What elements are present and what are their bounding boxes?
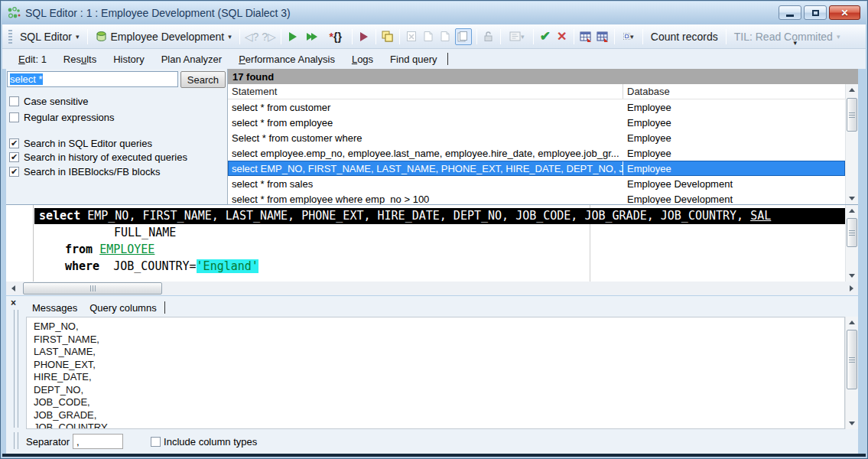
sql-line-4: where JOB_COUNTRY='England' [65, 259, 258, 273]
scrollbar-thumb[interactable] [847, 330, 857, 389]
til-label: TIL: Read Commited [734, 31, 833, 43]
result-row[interactable]: select * from sales Employee Development [228, 176, 845, 191]
rollback-icon[interactable]: ✕ [555, 30, 569, 44]
editor-hscrollbar[interactable] [6, 282, 858, 295]
toolbar: SQL Editor ▾ Employee Development ▾ ◁? ?… [2, 24, 866, 49]
maximize-button[interactable] [804, 5, 827, 20]
checkbox-box[interactable]: ✔ [9, 152, 19, 162]
execute-icon[interactable] [286, 30, 300, 44]
scrollbar-thumb[interactable] [847, 98, 857, 132]
messages-panel: × Messages Query columns EMP_NO, FIRST_N… [6, 296, 858, 454]
columns-scrollbar[interactable] [845, 317, 858, 429]
execute-block-icon[interactable]: *{} [324, 30, 347, 44]
sql-line-highlighted: select EMP_NO, FIRST_NAME, LAST_NAME, PH… [34, 208, 845, 224]
checkbox-search-ibeblocks[interactable]: ✔ Search in IBEBlocks/FB blocks [9, 165, 160, 177]
delete-statement-icon[interactable] [405, 30, 418, 44]
toolbar-separator [500, 29, 501, 44]
toolbar-overflow-icon[interactable]: ▾ [793, 39, 797, 47]
count-records-button[interactable]: Count records [646, 28, 723, 45]
results-scrollbar[interactable] [845, 84, 858, 204]
scrollbar-thumb[interactable] [23, 282, 162, 295]
scroll-up-icon[interactable] [847, 317, 857, 328]
search-button[interactable]: Search [180, 71, 226, 88]
database-menu-button[interactable]: Employee Development ▾ [91, 28, 236, 45]
checkbox-box[interactable] [9, 96, 19, 106]
minimize-button[interactable] [779, 5, 801, 20]
editor-scrollbar[interactable] [845, 205, 858, 282]
result-row[interactable]: select * from employee where emp_no > 10… [228, 191, 845, 204]
checkbox-search-history[interactable]: ✔ Search in history of executed queries [9, 151, 187, 163]
result-row[interactable]: select employee.emp_no, employee.last_na… [228, 145, 845, 161]
column-item: HIRE_DATE, [34, 371, 844, 384]
include-column-types-label: Include column types [164, 436, 257, 448]
tab-results[interactable]: Results [55, 50, 105, 68]
prev-query-icon[interactable]: ◁? [245, 30, 259, 44]
query-columns-list[interactable]: EMP_NO, FIRST_NAME, LAST_NAME, PHONE_EXT… [26, 317, 845, 429]
til-dropdown[interactable]: TIL: Read Commited ▾ [730, 28, 845, 45]
sql-editor[interactable]: select EMP_NO, FIRST_NAME, LAST_NAME, PH… [6, 204, 858, 282]
column-header-database[interactable]: Database [623, 86, 845, 97]
result-row[interactable]: select * from employee Employee [228, 115, 845, 130]
separator-input[interactable] [73, 434, 123, 449]
scroll-up-icon[interactable] [847, 84, 857, 96]
scrollbar-thumb[interactable] [847, 218, 857, 247]
scroll-right-icon[interactable] [845, 282, 857, 295]
column-header-statement[interactable]: Statement [228, 84, 623, 99]
checkbox-box[interactable]: ✔ [9, 167, 19, 177]
check-icon: ✔ [11, 139, 18, 148]
select-area-icon[interactable]: ▾ [619, 30, 638, 44]
commit-icon[interactable]: ✔ [538, 30, 552, 44]
layout-menu-icon: ▾ [506, 30, 528, 44]
results-header-row: Statement Database [228, 84, 845, 99]
new-statement-icon[interactable] [421, 30, 435, 44]
statement-list-icon[interactable] [455, 28, 472, 45]
duplicate-statement-icon[interactable] [438, 30, 452, 44]
scroll-down-icon[interactable] [847, 418, 857, 429]
result-row-selected[interactable]: select EMP_NO, FIRST_NAME, LAST_NAME, PH… [228, 161, 845, 176]
export-grid-icon[interactable] [579, 30, 593, 44]
tab-query-columns[interactable]: Query columns [83, 300, 162, 316]
tab-edit[interactable]: Edit: 1 [10, 50, 55, 68]
checkbox-regular-expressions[interactable]: Regular expressions [9, 111, 115, 123]
column-item: FIRST_NAME, [34, 334, 844, 347]
scroll-down-icon[interactable] [847, 193, 857, 204]
toolbar-separator [239, 29, 240, 44]
toolbar-grip[interactable] [8, 30, 12, 44]
panel-drag-handle[interactable] [14, 432, 18, 449]
checkbox-search-sql-editor[interactable]: ✔ Search in SQL Editor queries [9, 137, 152, 149]
sql-editor-menu-button[interactable]: SQL Editor ▾ [15, 28, 84, 45]
tab-find-query[interactable]: Find query [382, 50, 445, 68]
editor-gutter [6, 205, 34, 282]
scroll-down-icon[interactable] [847, 270, 857, 282]
scroll-up-icon[interactable] [847, 205, 857, 216]
tab-messages[interactable]: Messages [26, 300, 83, 316]
scroll-left-icon[interactable] [7, 282, 19, 295]
sql-line-3: from EMPLOYEE [65, 243, 154, 256]
checkbox-box[interactable]: ✔ [9, 138, 19, 148]
table-reference-link[interactable]: EMPLOYEE [99, 243, 154, 256]
result-row[interactable]: Select * from customer where Employee [228, 130, 845, 145]
sql-editor-menu-label: SQL Editor [20, 31, 72, 43]
checkbox-include-column-types[interactable] [151, 437, 161, 447]
result-row[interactable]: select * from customer Employee [228, 99, 845, 115]
search-input[interactable]: select * [7, 71, 178, 87]
tab-plan-analyzer[interactable]: Plan Analyzer [153, 50, 231, 68]
count-records-label: Count records [651, 31, 718, 43]
checkbox-box[interactable] [9, 112, 19, 122]
export-all-grid-icon[interactable] [596, 30, 610, 44]
checkbox-label: Search in history of executed queries [24, 151, 187, 163]
page-tab-bar: Edit: 1 Results History Plan Analyzer Pe… [2, 49, 866, 69]
next-query-icon[interactable]: ?▷ [262, 30, 276, 44]
chevron-down-icon: ▾ [228, 33, 232, 41]
checkbox-case-sensitive[interactable]: Case sensitive [9, 95, 89, 107]
execute-script-icon[interactable] [357, 30, 371, 44]
close-button[interactable]: ✕ [829, 5, 860, 20]
tab-performance-analysis[interactable]: Performance Analysis [230, 50, 343, 68]
panel-drag-handle[interactable] [14, 310, 18, 428]
panel-close-icon[interactable]: × [11, 298, 16, 308]
execute-and-fetch-icon[interactable] [303, 30, 321, 44]
toolbar-separator [281, 29, 281, 44]
tab-history[interactable]: History [105, 50, 152, 68]
copy-pages-icon[interactable] [381, 30, 395, 44]
tab-logs[interactable]: Logs [343, 50, 382, 68]
